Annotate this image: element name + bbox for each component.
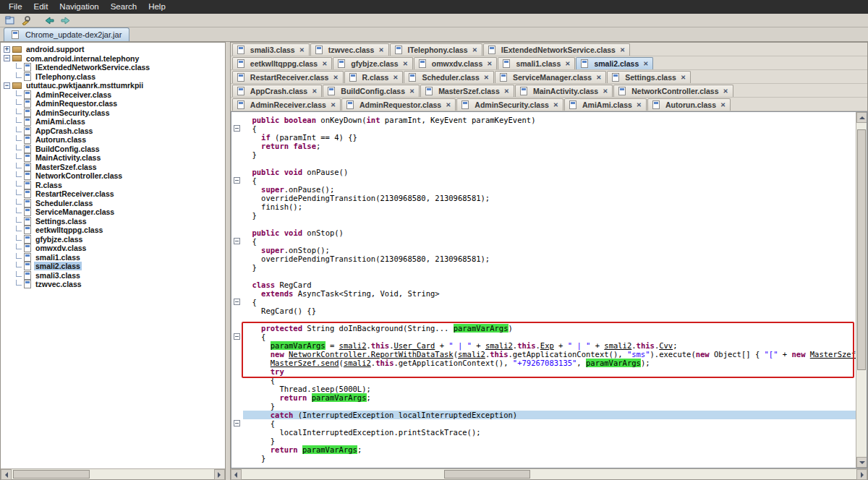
- close-icon[interactable]: ✕: [393, 74, 398, 81]
- editor-tab-r-class[interactable]: R.class✕: [344, 71, 404, 83]
- editor-tab-smali2-class[interactable]: smali2.class✕: [576, 57, 653, 69]
- tree-hscroll-thumb[interactable]: [13, 470, 90, 479]
- editor-tab-scheduler-class[interactable]: Scheduler.class✕: [404, 71, 494, 83]
- fold-collapse-icon[interactable]: [234, 238, 240, 244]
- tree-item-eetkwlltqppg-class[interactable]: eetkwlltqppg.class: [1, 226, 225, 235]
- tree-item-appcrash-class[interactable]: AppCrash.class: [1, 127, 225, 136]
- tree-item-adminreceiver-class[interactable]: AdminReceiver.class: [1, 90, 225, 100]
- code-vertical-scrollbar[interactable]: [856, 112, 867, 468]
- tree-horizontal-scrollbar[interactable]: [1, 468, 225, 479]
- code-hscroll-thumb[interactable]: [444, 470, 530, 479]
- editor-tab-gfybjze-class[interactable]: gfybjze.class✕: [333, 57, 413, 69]
- tree-item-com-android-internal-telephony[interactable]: −com.android.internal.telephony: [1, 54, 225, 64]
- editor-tab-adminsecurity-class[interactable]: AdminSecurity.class✕: [456, 98, 563, 111]
- close-icon[interactable]: ✕: [681, 74, 686, 81]
- editor-tab-smali3-class[interactable]: smali3.class✕: [232, 43, 310, 56]
- scroll-right-arrow[interactable]: [214, 469, 225, 480]
- open-file-button[interactable]: [3, 14, 17, 27]
- close-icon[interactable]: ✕: [322, 60, 327, 67]
- tree-minus-handle-icon[interactable]: −: [4, 82, 10, 89]
- tree-item-settings-class[interactable]: Settings.class: [1, 217, 225, 226]
- fold-collapse-icon[interactable]: [234, 125, 240, 132]
- menu-file[interactable]: File: [3, 1, 28, 12]
- editor-tab-mainactivity-class[interactable]: MainActivity.class✕: [515, 85, 613, 97]
- close-icon[interactable]: ✕: [331, 101, 336, 108]
- editor-tab-restartreceiver-class[interactable]: RestartReceiver.class✕: [232, 71, 344, 83]
- close-icon[interactable]: ✕: [487, 60, 492, 67]
- tree-item-smali2-class[interactable]: smali2.class: [1, 262, 225, 271]
- editor-tab-omwxdv-class[interactable]: omwxdv.class✕: [414, 57, 498, 69]
- editor-tab-amiami-class[interactable]: AmiAmi.class✕: [564, 98, 647, 111]
- scroll-left-arrow[interactable]: [1, 469, 12, 480]
- editor-tab-adminrequestor-class[interactable]: AdminRequestor.class✕: [341, 98, 456, 111]
- scroll-up-arrow[interactable]: [856, 112, 867, 123]
- close-icon[interactable]: ✕: [312, 87, 317, 95]
- forward-button[interactable]: [59, 14, 72, 27]
- code-horizontal-scrollbar[interactable]: [231, 468, 867, 479]
- close-icon[interactable]: ✕: [643, 60, 648, 67]
- menu-edit[interactable]: Edit: [28, 1, 54, 12]
- tree-item-omwxdv-class[interactable]: omwxdv.class: [1, 244, 225, 253]
- code-vscroll-thumb[interactable]: [857, 129, 866, 370]
- editor-tab-autorun-class[interactable]: Autorun.class✕: [647, 98, 731, 111]
- tree-item-iextendednetworkservice-class[interactable]: IExtendedNetworkService.class: [1, 63, 225, 72]
- close-icon[interactable]: ✕: [403, 60, 408, 67]
- tree-item-gfybjze-class[interactable]: gfybjze.class: [1, 235, 225, 244]
- code-view[interactable]: public boolean onKeyDown(int paramInt, K…: [231, 112, 856, 468]
- tree-item-autorun-class[interactable]: Autorun.class: [1, 135, 225, 145]
- editor-tab-servicemanager-class[interactable]: ServiceManager.class✕: [495, 71, 606, 83]
- close-icon[interactable]: ✕: [484, 74, 489, 81]
- tree-item-servicemanager-class[interactable]: ServiceManager.class: [1, 207, 225, 217]
- tree-item-buildconfig-class[interactable]: BuildConfig.class: [1, 145, 225, 154]
- back-button[interactable]: [43, 14, 56, 27]
- tree-item-amiami-class[interactable]: AmiAmi.class: [1, 117, 225, 127]
- close-icon[interactable]: ✕: [504, 87, 509, 95]
- scroll-down-arrow[interactable]: [856, 457, 867, 468]
- tree-item-adminsecurity-class[interactable]: AdminSecurity.class: [1, 108, 225, 118]
- scroll-left-arrow[interactable]: [231, 469, 242, 480]
- scroll-right-arrow[interactable]: [856, 469, 867, 480]
- menu-help[interactable]: Help: [142, 1, 171, 12]
- tree-minus-handle-icon[interactable]: −: [4, 55, 10, 61]
- close-icon[interactable]: ✕: [720, 101, 726, 108]
- document-tab-jar[interactable]: Chrome_update-dex2jar.jar: [4, 27, 129, 41]
- editor-tab-smali1-class[interactable]: smali1.class✕: [498, 57, 575, 69]
- tree-plus-handle-icon[interactable]: +: [4, 46, 10, 53]
- close-icon[interactable]: ✕: [409, 87, 414, 95]
- close-icon[interactable]: ✕: [603, 87, 608, 95]
- editor-tab-tzwvec-class[interactable]: tzwvec.class✕: [310, 43, 389, 56]
- fold-collapse-icon[interactable]: [234, 177, 240, 184]
- close-icon[interactable]: ✕: [565, 60, 570, 67]
- tree-item-r-class[interactable]: R.class: [1, 181, 225, 190]
- close-icon[interactable]: ✕: [378, 46, 383, 53]
- close-icon[interactable]: ✕: [723, 87, 728, 95]
- editor-tab-networkcontroller-class[interactable]: NetworkController.class✕: [613, 85, 733, 97]
- tree-item-smali1-class[interactable]: smali1.class: [1, 253, 225, 262]
- editor-tab-masterszef-class[interactable]: MasterSzef.class✕: [420, 85, 514, 97]
- editor-tab-eetkwlltqppg-class[interactable]: eetkwlltqppg.class✕: [232, 57, 333, 69]
- menu-search[interactable]: Search: [105, 1, 142, 12]
- tree-item-masterszef-class[interactable]: MasterSzef.class: [1, 163, 225, 172]
- editor-tab-adminreceiver-class[interactable]: AdminReceiver.class✕: [232, 98, 341, 111]
- editor-tab-itelephony-class[interactable]: ITelephony.class✕: [390, 43, 482, 56]
- close-icon[interactable]: ✕: [596, 74, 601, 81]
- close-icon[interactable]: ✕: [446, 101, 451, 108]
- tree-item-android-support[interactable]: +android.support: [1, 45, 225, 54]
- tree-item-ututtauc-pwktjaanrk-msttumrkpii[interactable]: −ututtauc.pwktjaanrk.msttumrkpii: [1, 81, 225, 90]
- editor-tab-iextendednetworkservice-class[interactable]: IExtendedNetworkService.class✕: [483, 43, 630, 56]
- tree-item-adminrequestor-class[interactable]: AdminRequestor.class: [1, 99, 225, 108]
- menu-navigation[interactable]: Navigation: [54, 1, 104, 12]
- fold-collapse-icon[interactable]: [234, 299, 240, 305]
- close-icon[interactable]: ✕: [637, 101, 642, 108]
- fold-collapse-icon[interactable]: [234, 333, 240, 340]
- editor-tab-settings-class[interactable]: Settings.class✕: [607, 71, 691, 83]
- tree-item-smali3-class[interactable]: smali3.class: [1, 271, 225, 280]
- tree-item-itelephony-class[interactable]: ITelephony.class: [1, 72, 225, 82]
- tree-item-tzwvec-class[interactable]: tzwvec.class: [1, 280, 225, 289]
- close-icon[interactable]: ✕: [553, 101, 558, 108]
- close-icon[interactable]: ✕: [472, 46, 477, 53]
- fold-collapse-icon[interactable]: [234, 420, 240, 427]
- tree-item-scheduler-class[interactable]: Scheduler.class: [1, 199, 225, 208]
- close-icon[interactable]: ✕: [299, 46, 305, 53]
- tree-item-restartreceiver-class[interactable]: RestartReceiver.class: [1, 189, 225, 199]
